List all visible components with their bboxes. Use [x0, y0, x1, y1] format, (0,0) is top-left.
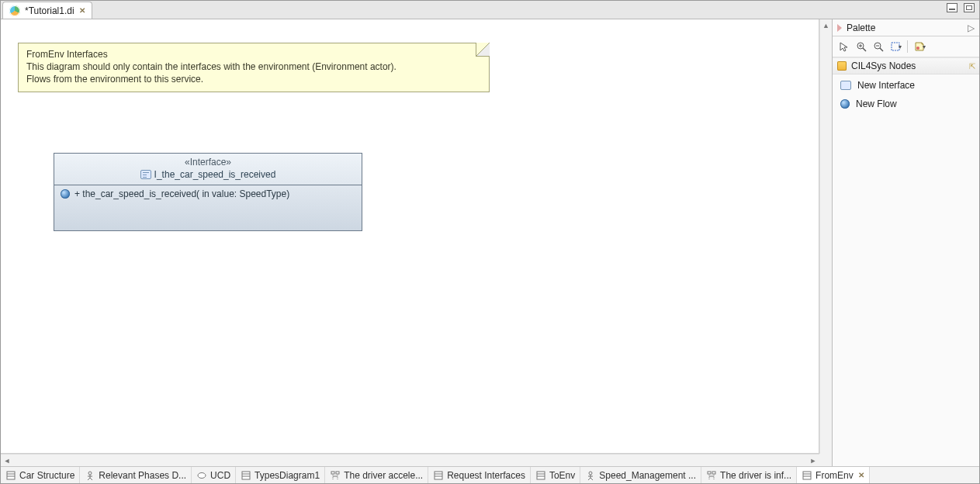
svg-line-16	[90, 478, 92, 480]
editor-tab-bar: *Tutorial1.di ✕	[1, 1, 979, 19]
svg-point-8	[916, 47, 919, 50]
close-icon[interactable]: ✕	[79, 6, 85, 15]
diagram-icon	[585, 470, 596, 481]
view-tab[interactable]: Relevant Phases D...	[80, 467, 192, 483]
svg-line-5	[880, 48, 883, 51]
drawer-icon	[837, 61, 847, 71]
diagram-icon	[802, 470, 812, 481]
operation-signature: + the_car_speed_is_received( in value: S…	[74, 188, 289, 199]
palette-item-new-flow[interactable]: New Flow	[839, 98, 973, 110]
svg-point-17	[198, 472, 206, 478]
view-tab-label: The driver is inf...	[720, 470, 791, 481]
svg-line-36	[590, 478, 593, 480]
interface-name: I_the_car_speed_is_received	[154, 169, 276, 180]
view-tab[interactable]: Speed_Management ...	[580, 467, 701, 483]
view-tab-label: TypesDiagram1	[255, 470, 320, 481]
scroll-left-icon[interactable]: ◄	[1, 455, 13, 466]
palette-items: New Interface New Flow	[833, 74, 979, 115]
note-line2: Flows from the environment to this servi…	[26, 73, 481, 85]
horizontal-scrollbar[interactable]: ◄ ►	[1, 454, 819, 466]
svg-rect-42	[803, 472, 811, 479]
svg-line-1	[863, 48, 866, 51]
diagram-icon	[196, 470, 207, 481]
view-tab-label: Relevant Phases D...	[99, 470, 186, 481]
comment-note[interactable]: FromEnv Interfaces This diagram should o…	[18, 43, 490, 92]
svg-point-32	[589, 472, 592, 475]
papyrus-icon	[9, 5, 20, 16]
view-tab-label: Request Interfaces	[447, 470, 525, 481]
marquee-tool[interactable]: ▾	[888, 40, 902, 54]
view-tab-label: The driver accele...	[344, 470, 423, 481]
note-tool[interactable]: ▾	[912, 40, 926, 54]
view-tab-label: FromEnv	[816, 470, 854, 481]
svg-rect-21	[331, 472, 334, 474]
palette-item-label: New Interface	[857, 80, 915, 91]
svg-point-12	[88, 472, 92, 475]
editor-tab-title: *Tutorial1.di	[25, 5, 74, 16]
minimize-button[interactable]	[947, 3, 957, 12]
view-tab-label: UCD	[210, 470, 230, 481]
view-tab-label: ToEnv	[549, 470, 575, 481]
view-tab[interactable]: The driver accele...	[325, 467, 428, 483]
diagram-icon	[5, 470, 16, 481]
close-icon[interactable]: ✕	[858, 471, 864, 479]
note-title: FromEnv Interfaces	[26, 48, 481, 60]
palette-item-label: New Flow	[856, 99, 897, 109]
view-tab-label: Speed_Management ...	[599, 470, 696, 481]
interface-stereotype: «Interface»	[59, 157, 357, 168]
scroll-corner	[819, 454, 832, 466]
maximize-button[interactable]	[964, 3, 975, 12]
palette-toolbar: ▾ ▾	[833, 36, 979, 57]
view-tab[interactable]: TypesDiagram1	[236, 467, 325, 483]
palette-header[interactable]: Palette ▷	[833, 19, 979, 36]
palette-panel: Palette ▷ ▾ ▾ CIL4Sys Nodes ⇱ New Interf…	[832, 19, 979, 466]
diagram-icon	[85, 470, 95, 481]
zoom-in-tool[interactable]	[854, 40, 868, 54]
operation-row[interactable]: + the_car_speed_is_received( in value: S…	[61, 188, 355, 199]
svg-rect-18	[242, 472, 250, 479]
diagram-icon	[535, 470, 546, 481]
note-line1: This diagram should only contain the int…	[26, 60, 481, 73]
pin-icon[interactable]: ⇱	[969, 62, 975, 71]
svg-rect-29	[537, 472, 545, 479]
vertical-scrollbar[interactable]: ▲	[819, 19, 832, 454]
diagram-icon	[330, 470, 341, 481]
window-controls	[947, 3, 975, 12]
zoom-out-tool[interactable]	[871, 40, 885, 54]
interface-icon	[140, 170, 151, 179]
palette-drawer-header[interactable]: CIL4Sys Nodes ⇱	[833, 57, 979, 74]
note-dogear-icon	[476, 43, 490, 57]
svg-rect-9	[7, 472, 15, 479]
scroll-right-icon[interactable]: ►	[807, 455, 819, 466]
view-tab[interactable]: Request Interfaces	[428, 467, 531, 483]
interface-header: «Interface» I_the_car_speed_is_received	[54, 154, 362, 185]
flow-icon	[61, 189, 70, 199]
workbench: FromEnv Interfaces This diagram should o…	[1, 19, 979, 466]
scroll-up-icon[interactable]: ▲	[820, 19, 832, 32]
diagram-canvas[interactable]: FromEnv Interfaces This diagram should o…	[1, 19, 819, 454]
drawer-title: CIL4Sys Nodes	[851, 60, 916, 71]
svg-rect-26	[435, 472, 442, 479]
diagram-icon	[241, 470, 251, 481]
view-tab[interactable]: UCD	[192, 467, 236, 483]
view-tab[interactable]: The driver is inf...	[701, 467, 797, 483]
pointer-tool[interactable]	[837, 40, 851, 54]
view-tab[interactable]: FromEnv✕	[797, 467, 870, 483]
svg-rect-37	[708, 472, 711, 474]
svg-line-35	[588, 478, 590, 480]
chevron-right-icon[interactable]: ▷	[968, 22, 975, 33]
svg-rect-38	[712, 472, 715, 474]
palette-title: Palette	[847, 22, 875, 33]
view-tab-label: Car Structure	[19, 470, 74, 481]
view-tab[interactable]: Car Structure	[1, 467, 80, 483]
palette-item-new-interface[interactable]: New Interface	[839, 79, 973, 92]
interface-operations: + the_car_speed_is_received( in value: S…	[54, 185, 362, 230]
interface-icon	[840, 81, 851, 90]
canvas-area: FromEnv Interfaces This diagram should o…	[1, 19, 832, 466]
editor-tab-active[interactable]: *Tutorial1.di ✕	[2, 2, 92, 19]
diagram-icon	[706, 470, 717, 481]
flow-icon	[840, 99, 850, 109]
view-tab[interactable]: ToEnv	[531, 467, 580, 483]
separator	[907, 40, 908, 53]
interface-block[interactable]: «Interface» I_the_car_speed_is_received …	[54, 153, 362, 231]
